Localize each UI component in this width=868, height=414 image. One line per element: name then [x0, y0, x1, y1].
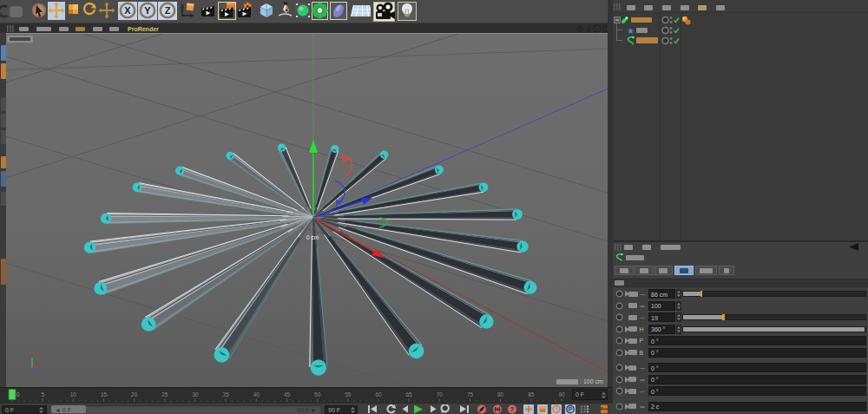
svg-text:15: 15 [101, 391, 108, 398]
svg-text:25: 25 [161, 391, 168, 398]
svg-text:?: ? [510, 406, 514, 412]
svg-text:90: 90 [558, 391, 565, 398]
svg-text:80: 80 [497, 391, 504, 398]
svg-text:75: 75 [467, 391, 474, 398]
svg-text:65: 65 [405, 391, 412, 398]
svg-text:5: 5 [41, 391, 44, 398]
svg-text:70: 70 [437, 391, 444, 398]
svg-text:85: 85 [528, 391, 535, 398]
svg-text:P: P [568, 406, 572, 412]
svg-text:40: 40 [253, 391, 260, 398]
svg-text:50: 50 [314, 391, 321, 398]
svg-text:Z: Z [165, 5, 171, 16]
svg-text:35: 35 [223, 391, 230, 398]
svg-text:Y: Y [144, 5, 151, 16]
svg-text:10: 10 [70, 391, 77, 398]
svg-text:30: 30 [192, 391, 199, 398]
svg-text:45: 45 [284, 391, 291, 398]
svg-text:0: 0 [16, 391, 20, 398]
svg-text:55: 55 [345, 391, 352, 398]
svg-text:20: 20 [131, 391, 138, 398]
svg-text:0 cm: 0 cm [306, 234, 319, 240]
svg-text:60: 60 [375, 391, 382, 398]
svg-text:X: X [124, 5, 131, 16]
